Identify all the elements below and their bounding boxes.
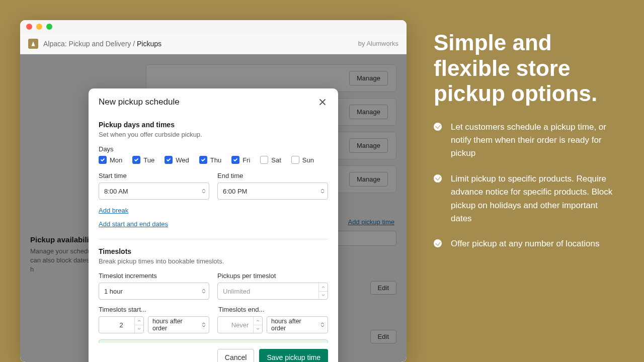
per-timeslot-input[interactable]: Unlimited [217, 283, 328, 300]
breadcrumb: Alpaca: Pickup and Delivery / Pickups [43, 40, 162, 48]
bullet-text: Offer pickup at any number of locations [451, 237, 599, 250]
day-checkbox[interactable] [165, 156, 173, 164]
alert-banner [99, 339, 328, 343]
day-label: Sat [271, 156, 281, 164]
window-titlebar [20, 20, 407, 33]
add-dates-link[interactable]: Add start and end dates [99, 220, 168, 228]
day-label: Wed [176, 156, 189, 164]
check-icon [434, 123, 442, 131]
end-time-select[interactable]: 6:00 PM [217, 183, 328, 200]
day-checkbox[interactable] [132, 156, 140, 164]
days-label: Days [99, 145, 328, 153]
ts-end-label: Timeslots end... [217, 306, 328, 313]
day-label: Fri [243, 156, 250, 164]
save-button[interactable]: Save pickup time [259, 349, 328, 362]
increments-label: Timeslot increments [99, 272, 209, 280]
ts-end-value[interactable]: Never [217, 316, 263, 333]
breadcrumb-app[interactable]: Alpaca: Pickup and Delivery [43, 40, 131, 48]
ts-start-label: Timeslots start... [99, 306, 209, 313]
ts-start-value[interactable]: 2 [99, 316, 144, 333]
vendor-label: by Alumworks [358, 40, 398, 47]
section-subtitle: Break pickup times into bookable timeslo… [99, 257, 328, 265]
day-checkbox[interactable] [260, 156, 268, 164]
day-label: Mon [110, 156, 122, 164]
day-checkbox[interactable] [199, 156, 207, 164]
start-time-label: Start time [99, 172, 209, 179]
start-time-select[interactable]: 8:00 AM [99, 183, 209, 200]
cancel-button[interactable]: Cancel [217, 349, 255, 362]
breadcrumb-current: Pickups [137, 40, 162, 48]
section-title: Pickup days and times [99, 121, 328, 129]
new-pickup-modal: New pickup schedule Pickup days and time… [89, 88, 338, 362]
app-window: Alpaca: Pickup and Delivery / Pickups by… [20, 20, 407, 362]
day-label: Tue [143, 156, 154, 164]
app-logo-icon [28, 39, 38, 49]
section-subtitle: Set when you offer curbside pickup. [99, 131, 328, 138]
end-time-label: End time [217, 172, 328, 179]
app-header: Alpaca: Pickup and Delivery / Pickups by… [20, 33, 407, 54]
window-minimize-icon[interactable] [36, 24, 42, 30]
ts-end-unit[interactable]: hours after order [267, 316, 328, 333]
ts-start-unit[interactable]: hours after order [148, 316, 209, 333]
add-break-link[interactable]: Add break [99, 207, 128, 214]
modal-title: New pickup schedule [99, 97, 180, 107]
close-icon[interactable] [317, 97, 328, 108]
bullet-text: Limit pickup to specific products. Requi… [451, 172, 620, 225]
marketing-headline: Simple and flexible store pickup options… [434, 30, 620, 107]
per-timeslot-label: Pickups per timeslot [217, 272, 328, 280]
marketing-panel: Simple and flexible store pickup options… [434, 30, 620, 263]
day-checkbox[interactable] [231, 156, 239, 164]
check-icon [434, 174, 442, 183]
day-label: Thu [210, 156, 221, 164]
day-checkbox[interactable] [99, 156, 107, 164]
day-label: Sun [302, 156, 314, 164]
window-close-icon[interactable] [26, 24, 32, 30]
section-title: Timeslots [99, 247, 328, 255]
increments-select[interactable]: 1 hour [99, 283, 209, 300]
day-checkbox[interactable] [291, 156, 299, 164]
check-icon [434, 239, 442, 247]
window-zoom-icon[interactable] [46, 24, 52, 30]
bullet-text: Let customers schedule a pickup time, or… [451, 121, 620, 160]
